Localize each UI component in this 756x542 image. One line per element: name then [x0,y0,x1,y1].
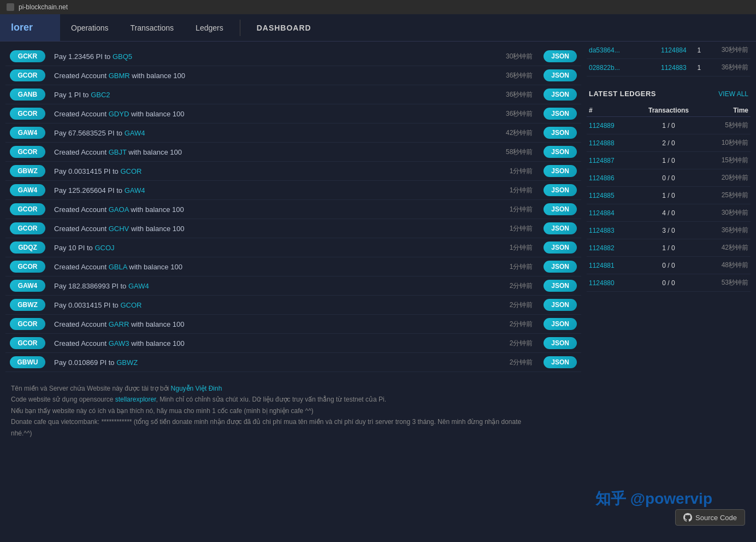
ledger-num[interactable]: 1124882 [589,244,645,252]
source-code-button[interactable]: Source Code [675,509,745,526]
ledger-num[interactable]: 1124880 [589,279,645,287]
source-code-label: Source Code [695,514,737,522]
ledgers-title: LATEST LEDGERS [589,90,656,98]
json-button[interactable]: JSON [544,203,577,215]
op-badge[interactable]: GCOR [10,261,45,273]
json-button[interactable]: JSON [544,318,577,330]
op-time: 1分钟前 [510,205,533,214]
op-highlight[interactable]: GCHV [109,225,129,233]
op-highlight[interactable]: GBLA [109,263,127,271]
json-button[interactable]: JSON [544,280,577,292]
op-highlight[interactable]: GAW4 [128,282,149,290]
op-time: 36秒钟前 [506,109,533,119]
op-badge[interactable]: GAW4 [10,127,45,139]
op-time: 58秒钟前 [506,148,533,157]
json-button[interactable]: JSON [544,50,577,62]
tx-ledger[interactable]: 1124884 [657,46,690,54]
op-badge[interactable]: GCKR [10,50,45,62]
op-highlight[interactable]: GBC2 [91,91,110,99]
nav-links: Operations Transactions Ledgers DASHBOAR… [60,14,322,41]
json-button[interactable]: JSON [544,261,577,273]
json-button[interactable]: JSON [544,241,577,254]
recent-tx-table: da53864...1124884130秒钟前028822b...1124883… [587,42,751,76]
op-row: GCORCreated Account GDYD with balance 10… [5,104,581,123]
ledger-num[interactable]: 1124883 [589,227,645,234]
json-button[interactable]: JSON [544,146,577,158]
op-badge[interactable]: GCOR [10,203,45,215]
op-desc: Pay 1 PI to GBC2 [54,91,495,99]
json-button[interactable]: JSON [544,337,577,349]
nav-ledgers[interactable]: Ledgers [185,14,234,41]
ledger-tx: 3 / 0 [645,227,692,234]
op-badge[interactable]: GBWZ [10,165,45,177]
op-badge[interactable]: GCOR [10,69,45,81]
json-button[interactable]: JSON [544,222,577,234]
op-highlight[interactable]: GCOR [120,301,141,309]
op-badge[interactable]: GBWU [10,356,45,368]
ledger-row: 11248833 / 036秒钟前 [587,222,751,239]
tx-hash[interactable]: da53864... [589,46,657,54]
json-button[interactable]: JSON [544,127,577,139]
ledger-num[interactable]: 1124881 [589,262,645,269]
json-button[interactable]: JSON [544,299,577,311]
op-desc: Created Account GAW3 with balance 100 [54,339,499,347]
op-row: GANBPay 1 PI to GBC236秒钟前JSON [5,85,581,104]
op-time: 2分钟前 [510,339,533,348]
op-highlight[interactable]: GAOA [109,205,129,214]
json-button[interactable]: JSON [544,184,577,196]
op-row: GBWUPay 0.010869 PI to GBWZ2分钟前JSON [5,353,581,372]
view-all-link[interactable]: VIEW ALL [718,90,748,98]
op-highlight[interactable]: GARR [109,320,129,328]
tx-ledger[interactable]: 1124883 [657,64,690,72]
op-badge[interactable]: GAW4 [10,184,45,196]
json-button[interactable]: JSON [544,165,577,177]
op-highlight[interactable]: GBWZ [116,358,138,367]
op-badge[interactable]: GBWZ [10,299,45,311]
ledger-num[interactable]: 1124887 [589,157,645,164]
op-highlight[interactable]: GAW4 [125,129,145,137]
op-badge[interactable]: GCOR [10,146,45,158]
op-highlight[interactable]: GBJT [109,148,127,156]
op-badge[interactable]: GAW4 [10,280,45,292]
ledger-row: 11248891 / 05秒钟前 [587,117,751,134]
json-button[interactable]: JSON [544,69,577,81]
footer-sponsor-link[interactable]: Nguyễn Việt Đinh [171,385,222,392]
op-time: 30秒钟前 [506,52,533,61]
op-highlight[interactable]: GBMR [109,72,130,80]
ledger-num[interactable]: 1124884 [589,209,645,217]
json-button[interactable]: JSON [544,89,577,101]
nav-operations[interactable]: Operations [60,14,119,41]
nav-transactions[interactable]: Transactions [119,14,185,41]
footer-stellarexplorer-link[interactable]: stellarexplorer [115,396,156,403]
op-badge[interactable]: GCOR [10,108,45,120]
op-highlight[interactable]: GCOR [120,167,141,175]
op-highlight[interactable]: GAW3 [109,339,129,347]
op-desc: Created Account GDYD with balance 100 [54,110,495,118]
tx-hash[interactable]: 028822b... [589,64,657,72]
op-badge[interactable]: GCOR [10,222,45,234]
op-highlight[interactable]: GAW4 [125,186,145,195]
op-desc: Pay 10 PI to GCOJ [54,244,499,252]
op-badge[interactable]: GCOR [10,318,45,330]
op-highlight[interactable]: GCOJ [94,244,114,252]
col-header-num: # [589,107,645,114]
op-badge[interactable]: GCOR [10,337,45,349]
ledger-num[interactable]: 1124885 [589,192,645,199]
zhihu-watermark: 知乎 @powervip [595,488,712,509]
nav-dashboard[interactable]: DASHBOARD [246,14,322,41]
op-highlight[interactable]: GBQ5 [113,52,132,61]
op-highlight[interactable]: GDYD [109,110,129,118]
main-container: GCKRPay 1.23456 PI to GBQ530秒钟前JSONGCORC… [0,42,756,450]
ledger-num[interactable]: 1124889 [589,122,645,129]
footer-line3: Nếu bạn thấy website này có ích và bạn t… [11,405,524,416]
op-row: GAW4Pay 67.5683525 PI to GAW442秒钟前JSON [5,123,581,143]
op-badge[interactable]: GDQZ [10,241,45,254]
ledger-num[interactable]: 1124888 [589,139,645,147]
json-button[interactable]: JSON [544,108,577,120]
ledger-row: 11248800 / 053秒钟前 [587,274,751,292]
json-button[interactable]: JSON [544,356,577,368]
op-row: GCORCreated Account GBMR with balance 10… [5,66,581,85]
op-badge[interactable]: GANB [10,89,45,101]
op-time: 2分钟前 [510,320,533,329]
ledger-num[interactable]: 1124886 [589,174,645,182]
